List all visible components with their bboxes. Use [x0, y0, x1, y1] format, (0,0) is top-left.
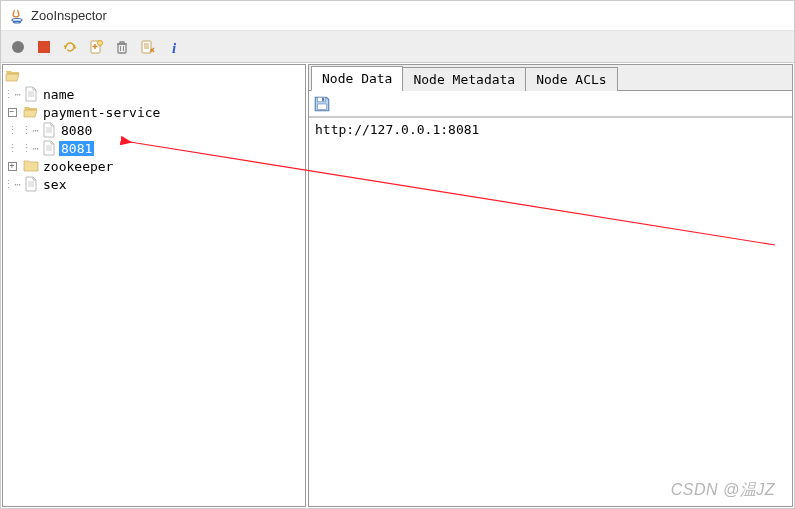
tree-node[interactable]: ⋮⋯ name [3, 85, 305, 103]
add-node-button[interactable] [85, 36, 107, 58]
tree-root[interactable] [3, 67, 305, 85]
tab-node-data[interactable]: Node Data [311, 66, 403, 91]
window-title: ZooInspector [31, 8, 107, 23]
tree-panel[interactable]: ⋮⋯ name − payment-service ⋮ ⋮⋯ 8080 ⋮ ⋮⋯… [2, 64, 306, 507]
tree-label: 8080 [59, 123, 94, 138]
refresh-button[interactable] [59, 36, 81, 58]
titlebar[interactable]: ZooInspector [1, 1, 794, 31]
tree-node-selected[interactable]: ⋮ ⋮⋯ 8081 [3, 139, 305, 157]
file-icon [23, 86, 39, 102]
tabs: Node Data Node Metadata Node ACLs [309, 65, 792, 91]
svg-point-5 [98, 40, 103, 45]
tree-node[interactable]: + zookeeper [3, 157, 305, 175]
file-icon [41, 140, 57, 156]
tab-node-metadata[interactable]: Node Metadata [402, 67, 526, 91]
svg-rect-3 [38, 41, 50, 53]
tab-node-acls[interactable]: Node ACLs [525, 67, 617, 91]
tree-label: sex [41, 177, 68, 192]
svg-rect-6 [118, 44, 126, 53]
svg-rect-10 [322, 97, 324, 100]
detail-toolbar [309, 91, 792, 117]
collapse-icon[interactable]: − [8, 108, 17, 117]
delete-node-button[interactable] [111, 36, 133, 58]
svg-text:i: i [172, 40, 177, 55]
connect-button[interactable] [7, 36, 29, 58]
tree-label: zookeeper [41, 159, 115, 174]
java-icon [9, 8, 25, 24]
tree-node[interactable]: ⋮ ⋮⋯ 8080 [3, 121, 305, 139]
save-button[interactable] [313, 95, 331, 113]
about-button[interactable]: i [163, 36, 185, 58]
tree-label: payment-service [41, 105, 162, 120]
folder-open-icon [5, 68, 21, 84]
body: ⋮⋯ name − payment-service ⋮ ⋮⋯ 8080 ⋮ ⋮⋯… [1, 63, 794, 508]
file-icon [41, 122, 57, 138]
tree-node[interactable]: − payment-service [3, 103, 305, 121]
tree-node[interactable]: ⋮⋯ sex [3, 175, 305, 193]
watermark: CSDN @温JZ [671, 480, 775, 501]
file-icon [23, 176, 39, 192]
node-data-value: http://127.0.0.1:8081 [315, 122, 479, 137]
folder-icon [23, 158, 39, 174]
folder-open-icon [23, 104, 39, 120]
svg-rect-11 [318, 104, 327, 110]
svg-rect-7 [142, 41, 151, 53]
toolbar: i [1, 31, 794, 63]
disconnect-button[interactable] [33, 36, 55, 58]
tree-label: name [41, 87, 76, 102]
detail-panel: Node Data Node Metadata Node ACLs http:/… [308, 64, 793, 507]
node-data-content[interactable]: http://127.0.0.1:8081 [309, 117, 792, 506]
svg-point-2 [12, 41, 24, 53]
node-viewers-button[interactable] [137, 36, 159, 58]
expand-icon[interactable]: + [8, 162, 17, 171]
tree-label: 8081 [59, 141, 94, 156]
window: ZooInspector i ⋮⋯ name − payment-service [0, 0, 795, 509]
